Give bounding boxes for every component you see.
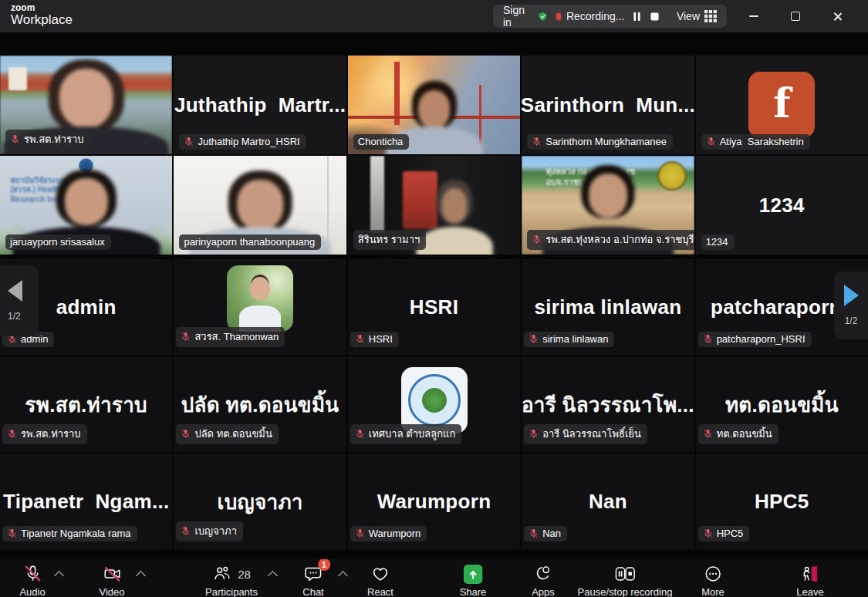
- arrow-left-icon: [8, 280, 22, 302]
- apps-icon: [533, 564, 553, 584]
- participant-label: สวรส. Thamonwan: [176, 327, 285, 347]
- leave-meeting-icon: [800, 564, 820, 584]
- leave-button[interactable]: Leave: [796, 564, 823, 597]
- maximize-button[interactable]: [786, 7, 805, 25]
- participant-tile[interactable]: รพ.สต.ท่าราบ: [0, 56, 172, 154]
- participant-label: รพ.สต.ทุ่งหลวง อ.ปากท่อ จ.ราชบุรี: [527, 230, 694, 250]
- participant-tile[interactable]: ทุ่งหลวง กองสาธารณสุข อบจ.ราชบุรี ยินดีต…: [522, 156, 694, 255]
- participant-label: รพ.สต.ท่าราบ: [2, 424, 87, 444]
- pause-recording-button[interactable]: [631, 8, 642, 24]
- mic-muted-icon: [529, 334, 539, 344]
- facebook-letter-avatar: f: [748, 72, 815, 138]
- profile-photo-avatar: [227, 265, 293, 332]
- share-screen-icon: [463, 565, 482, 584]
- participant-tile[interactable]: 1234 1234: [696, 156, 868, 255]
- participant-tile[interactable]: f Atiya Sarakshetrin: [696, 56, 868, 154]
- participant-label: ทต.ดอนขมิ้น: [698, 424, 778, 444]
- sign-in-button[interactable]: Sign in: [503, 4, 525, 29]
- participant-tile[interactable]: ปลัด ทต.ดอนขมิ้น ปลัด ทต.ดอนขมิ้น: [174, 356, 346, 452]
- participant-tile[interactable]: Sarinthorn Mun... Sarinthorn Mungkhamane…: [522, 56, 694, 154]
- participant-tile[interactable]: เทศบาล ตำบลลูกแก: [348, 356, 520, 452]
- gallery-grid-icon: [704, 10, 717, 22]
- mic-muted-icon: [355, 429, 365, 439]
- participant-tile-active-speaker[interactable]: Chonticha: [348, 56, 520, 154]
- apps-button[interactable]: Apps: [532, 564, 555, 597]
- participants-count: 28: [238, 568, 251, 581]
- react-button[interactable]: React: [367, 564, 393, 597]
- participant-tile[interactable]: เบญจาภา เบญจาภา: [174, 454, 346, 549]
- participants-button[interactable]: 28 Participants: [205, 564, 258, 597]
- participant-tile[interactable]: Warumporn Warumporn: [348, 454, 520, 549]
- participant-tile[interactable]: รพ.สต.ท่าราบ รพ.สต.ท่าราบ: [0, 356, 172, 452]
- participant-label: patcharaporn_HSRI: [698, 332, 812, 347]
- audio-options-caret[interactable]: [54, 571, 64, 581]
- heart-icon: [370, 564, 390, 584]
- participant-tile[interactable]: HSRI HSRI: [348, 259, 520, 355]
- mic-muted-icon: [7, 429, 17, 439]
- participant-label: รพ.สต.ท่าราบ: [5, 130, 90, 150]
- participant-tile[interactable]: Nan Nan: [522, 454, 694, 549]
- more-button[interactable]: More: [701, 564, 724, 597]
- mic-muted-icon: [184, 137, 194, 147]
- mic-muted-icon: [181, 526, 191, 536]
- arrow-right-icon: [844, 285, 859, 306]
- participant-tile[interactable]: Juthathip Martr... Juthathip Martro_HSRI: [174, 56, 346, 154]
- page-indicator: 1/2: [8, 311, 21, 322]
- participant-tile[interactable]: Tipanetr Ngam... Tipanetr Ngamkala rama: [0, 454, 172, 549]
- mic-muted-icon: [355, 334, 365, 344]
- security-shield-icon[interactable]: [538, 9, 548, 24]
- record-control-button[interactable]: Pause/stop recording: [578, 564, 673, 597]
- logo-zoom: zoom: [11, 3, 73, 13]
- participant-label: Juthathip Martro_HSRI: [179, 134, 306, 150]
- participant-label: Chonticha: [353, 134, 410, 150]
- mic-muted-icon: [532, 137, 542, 147]
- video-options-caret[interactable]: [136, 571, 146, 581]
- stop-recording-button[interactable]: [649, 8, 660, 24]
- previous-page-button[interactable]: 1/2: [0, 265, 39, 336]
- participant-label: HPC5: [698, 526, 750, 541]
- participant-label: parinyaporn thanaboonpuang: [179, 234, 321, 250]
- participant-tile[interactable]: ทต.ดอนขมิ้น ทต.ดอนขมิ้น: [696, 356, 868, 452]
- chat-options-caret[interactable]: [338, 571, 348, 581]
- close-button[interactable]: [828, 7, 846, 25]
- view-label: View: [677, 10, 700, 22]
- more-ellipsis-icon: [703, 564, 723, 584]
- view-button[interactable]: View: [677, 10, 717, 22]
- next-page-button[interactable]: 1/2: [834, 272, 868, 339]
- participant-tile[interactable]: อารี นิลวรรณาโพ... อารี นิลวรรณาโพธิ์เย็…: [522, 356, 694, 452]
- participant-tile[interactable]: sirima linlawan sirima linlawan: [522, 259, 694, 355]
- mic-muted-icon: [181, 429, 191, 439]
- participant-label: สิรินทร รามาฯ: [353, 230, 426, 250]
- mic-muted-icon: [529, 429, 539, 439]
- recording-status-text: Recording...: [566, 10, 624, 22]
- participant-tile[interactable]: HPC5 HPC5: [696, 454, 868, 549]
- participant-label: Atiya Sarakshetrin: [701, 134, 810, 150]
- participant-label: jaruayporn srisasalux: [5, 234, 111, 250]
- share-button[interactable]: Share: [460, 564, 487, 597]
- pause-stop-recording-icon: [613, 564, 637, 584]
- participants-options-caret[interactable]: [268, 571, 278, 581]
- chat-button[interactable]: 1 Chat: [302, 564, 323, 597]
- participant-label: ปลัด ทต.ดอนขมิ้น: [176, 424, 278, 444]
- participant-label: Nan: [524, 526, 567, 541]
- logo-workplace: Workplace: [11, 13, 73, 27]
- video-button[interactable]: Video: [99, 564, 124, 597]
- participant-label: 1234: [701, 234, 735, 250]
- participant-label: Tipanetr Ngamkala rama: [2, 526, 137, 541]
- participant-tile[interactable]: parinyaporn thanaboonpuang: [174, 156, 346, 255]
- participant-tile[interactable]: สถาบันวิจัยระบบสาธารณสุข (สวรส.) Health …: [0, 156, 172, 255]
- participant-label: HSRI: [350, 332, 399, 347]
- audio-button[interactable]: Audio: [19, 564, 45, 597]
- participant-tile[interactable]: สวรส. Thamonwan: [174, 259, 346, 355]
- participant-label: เบญจาภา: [176, 521, 243, 541]
- chat-unread-badge: 1: [318, 559, 330, 571]
- meeting-toolbar: Audio Video 28 Participants 1 Chat React…: [0, 559, 868, 597]
- minimize-button[interactable]: [745, 7, 763, 25]
- participant-label: เทศบาล ตำบลลูกแก: [350, 424, 461, 444]
- mic-muted-icon: [10, 134, 20, 144]
- participant-tile[interactable]: สิรินทร รามาฯ: [348, 156, 520, 255]
- mic-muted-icon: [703, 334, 713, 344]
- mic-muted-icon: [7, 528, 17, 538]
- camera-off-toolbar-icon: [102, 564, 122, 584]
- mic-muted-icon: [532, 234, 542, 245]
